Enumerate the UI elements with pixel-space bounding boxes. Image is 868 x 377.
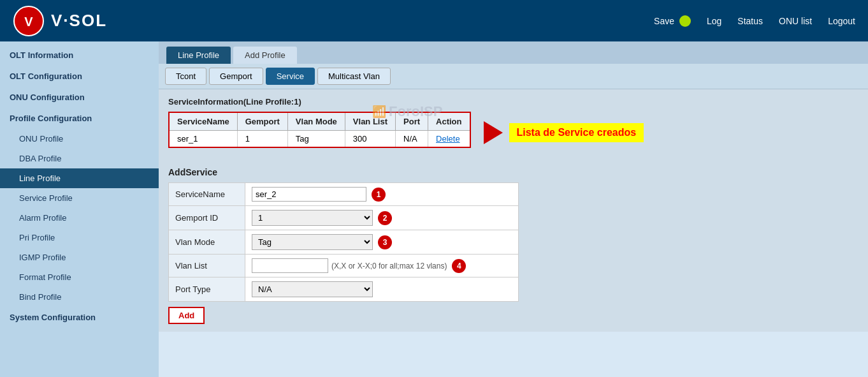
sidebar-item-igmp-profile[interactable]: IGMP Profile <box>0 248 159 267</box>
service-name-row: 1 <box>252 187 512 202</box>
sidebar: OLT Information OLT Configuration ONU Co… <box>0 41 159 377</box>
cell-service-name: ser_1 <box>169 131 237 148</box>
form-row-port-type: Port Type N/A ETH VEIP <box>169 277 519 302</box>
layout: OLT Information OLT Configuration ONU Co… <box>0 41 868 377</box>
label-gemport-id: Gemport ID <box>169 206 245 230</box>
col-action: Action <box>428 112 470 131</box>
vlan-mode-row: Tag Transparent Translation 3 <box>252 234 512 250</box>
label-vlan-list: Vlan List <box>169 255 245 277</box>
col-vlan-list: Vlan List <box>345 112 395 131</box>
table-row: ser_1 1 Tag 300 N/A Delete <box>169 131 470 148</box>
sidebar-item-profile-config[interactable]: Profile Configuration <box>0 108 159 129</box>
gemport-id-select[interactable]: 1 2 3 4 <box>252 210 373 226</box>
add-service-title: AddService <box>168 167 858 177</box>
sidebar-item-olt-config[interactable]: OLT Configuration <box>0 66 159 87</box>
top-tab-bar: Line Profile Add Profile <box>159 41 868 64</box>
svg-text:V: V <box>24 15 33 29</box>
port-type-select[interactable]: N/A ETH VEIP <box>252 281 373 297</box>
col-gemport: Gemport <box>237 112 287 131</box>
step-badge-1: 1 <box>372 188 386 202</box>
gemport-id-row: 1 2 3 4 2 <box>252 210 512 226</box>
sidebar-item-line-profile[interactable]: Line Profile <box>0 168 159 188</box>
arrow-icon <box>484 121 503 144</box>
sidebar-item-onu-profile[interactable]: ONU Profile <box>0 129 159 149</box>
form-row-vlan-list: Vlan List (X,X or X-X;0 for all;max 12 v… <box>169 255 519 277</box>
input-cell-port-type: N/A ETH VEIP <box>245 277 519 302</box>
port-type-row: N/A ETH VEIP <box>252 281 512 297</box>
input-cell-vlan-list: (X,X or X-X;0 for all;max 12 vlans) 4 <box>245 255 519 277</box>
cell-gemport: 1 <box>237 131 287 148</box>
sidebar-item-format-profile[interactable]: Format Profile <box>0 267 159 287</box>
save-label[interactable]: Save <box>654 16 674 26</box>
vlan-hint: (X,X or X-X;0 for all;max 12 vlans) <box>331 262 447 270</box>
add-button[interactable]: Add <box>168 307 205 324</box>
sidebar-item-alarm-profile[interactable]: Alarm Profile <box>0 208 159 228</box>
tab-line-profile[interactable]: Line Profile <box>166 47 231 64</box>
form-row-vlan-mode: Vlan Mode Tag Transparent Translation 3 <box>169 230 519 255</box>
sub-tab-service[interactable]: Service <box>266 68 315 85</box>
onu-list-link[interactable]: ONU list <box>779 16 812 26</box>
label-service-name: ServiceName <box>169 183 245 206</box>
step-badge-4: 4 <box>452 259 466 273</box>
add-service-form: ServiceName 1 Gemport ID <box>168 182 519 302</box>
label-port-type: Port Type <box>169 277 245 302</box>
cell-vlan-mode: Tag <box>287 131 345 148</box>
vsol-logo-icon: V <box>13 5 45 37</box>
save-area: Save <box>654 15 691 27</box>
service-name-input[interactable] <box>252 187 366 202</box>
input-cell-service-name: 1 <box>245 183 519 206</box>
annotation-text: Lista de Service creados <box>509 123 644 142</box>
sidebar-item-service-profile[interactable]: Service Profile <box>0 188 159 208</box>
sidebar-item-pri-profile[interactable]: Pri Profile <box>0 228 159 248</box>
main-content: Line Profile Add Profile Tcont Gemport S… <box>159 41 868 377</box>
content-area: ServiceInformation(Line Profile:1) Servi… <box>159 89 868 332</box>
sidebar-item-olt-info[interactable]: OLT Information <box>0 45 159 66</box>
sidebar-item-bind-profile[interactable]: Bind Profile <box>0 287 159 307</box>
sidebar-item-dba-profile[interactable]: DBA Profile <box>0 149 159 168</box>
sub-tab-gemport[interactable]: Gemport <box>209 68 263 85</box>
log-link[interactable]: Log <box>707 16 721 26</box>
sidebar-item-system-config[interactable]: System Configuration <box>0 307 159 328</box>
cell-port: N/A <box>396 131 428 148</box>
col-vlan-mode: Vlan Mode <box>287 112 345 131</box>
cell-action: Delete <box>428 131 470 148</box>
sub-tab-tcont[interactable]: Tcont <box>165 68 206 85</box>
header-right: Save Log Status ONU list Logout <box>654 15 855 27</box>
logo-area: V V·SOL <box>13 5 107 37</box>
input-cell-vlan-mode: Tag Transparent Translation 3 <box>245 230 519 255</box>
annotation-area: Lista de Service creados <box>484 121 644 144</box>
vlan-list-input[interactable] <box>252 258 328 273</box>
service-table: ServiceName Gemport Vlan Mode Vlan List … <box>168 112 471 148</box>
vlan-mode-select[interactable]: Tag Transparent Translation <box>252 234 373 250</box>
sidebar-item-onu-config[interactable]: ONU Configuration <box>0 87 159 108</box>
cell-vlan-list: 300 <box>345 131 395 148</box>
col-port: Port <box>396 112 428 131</box>
label-vlan-mode: Vlan Mode <box>169 230 245 255</box>
step-badge-3: 3 <box>378 235 392 249</box>
status-link[interactable]: Status <box>737 16 763 26</box>
header: V V·SOL Save Log Status ONU list Logout <box>0 0 868 41</box>
logo-text: V·SOL <box>51 11 107 31</box>
input-cell-gemport-id: 1 2 3 4 2 <box>245 206 519 230</box>
status-dot <box>679 15 691 27</box>
logout-link[interactable]: Logout <box>828 16 855 26</box>
sub-tab-multicast-vlan[interactable]: Multicast Vlan <box>317 68 391 85</box>
sub-tab-bar: Tcont Gemport Service Multicast Vlan <box>159 64 868 89</box>
col-service-name: ServiceName <box>169 112 237 131</box>
form-row-gemport-id: Gemport ID 1 2 3 4 2 <box>169 206 519 230</box>
step-badge-2: 2 <box>378 211 392 225</box>
vlan-list-row: (X,X or X-X;0 for all;max 12 vlans) 4 <box>252 258 512 273</box>
service-info-title: ServiceInformation(Line Profile:1) <box>168 97 858 107</box>
form-row-service-name: ServiceName 1 <box>169 183 519 206</box>
delete-link[interactable]: Delete <box>436 134 460 144</box>
tab-add-profile[interactable]: Add Profile <box>233 47 297 64</box>
